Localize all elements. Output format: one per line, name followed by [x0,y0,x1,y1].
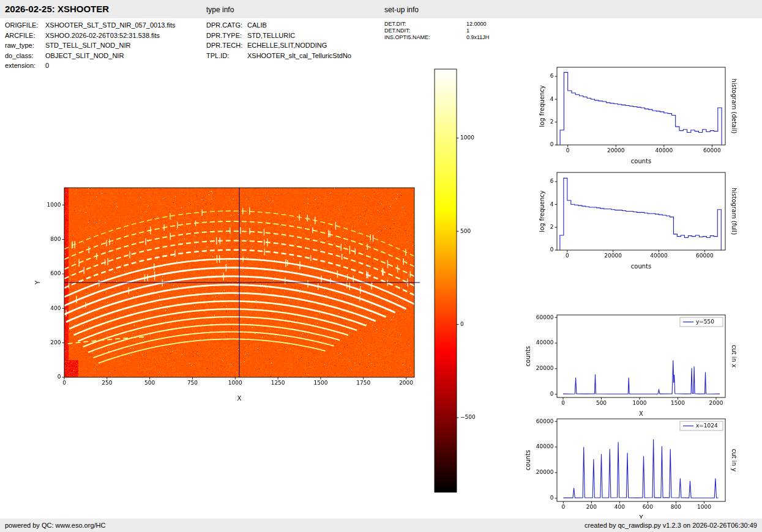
meta-value: XSHOO.2026-02-26T03:52:31.538.fits [45,31,160,41]
meta-label: DPR.TECH: [206,40,247,51]
meta-value: ECHELLE,SLIT,NODDING [247,40,327,51]
cut-in-y-chart [523,413,750,522]
cut-in-x-chart [523,309,750,418]
meta-row-arcfile: ARCFILE:XSHOO.2026-02-26T03:52:31.538.fi… [5,31,176,41]
meta-value: 0.9x11JH [466,34,489,41]
histogram-detail-chart [523,61,750,171]
meta-label: extension: [5,61,45,71]
meta-row-tplid: TPL.ID:XSHOOTER_slt_cal_TelluricStdNo [206,51,351,61]
meta-value: 0 [45,61,49,71]
meta-value: CALIB [247,20,267,31]
meta-label: DPR.CATG: [206,20,247,31]
type-info-heading: type info [206,6,234,14]
meta-row-dprtype: DPR.TYPE:STD,TELLURIC [206,31,351,41]
meta-value: STD,TELLURIC [247,31,295,41]
footer-bar: powered by QC: www.eso.org/HC created by… [0,519,762,532]
meta-label: do_class: [5,51,45,61]
meta-row-detdit: DET.DIT:12.0000 [384,21,489,28]
type-info-list: DPR.CATG:CALIB DPR.TYPE:STD,TELLURIC DPR… [206,20,351,61]
header-bar [0,0,762,18]
meta-row-detndit: DET.NDIT:1 [384,28,489,34]
meta-value: 1 [466,28,469,34]
page-title: 2026-02-25: XSHOOTER [5,4,109,14]
raw-frame-image-plot [24,171,441,410]
footer-created-by: created by qc_rawdisp.py v1.2.3 on 2026-… [585,522,757,529]
meta-value: XSHOOTER_SLT_STD_NIR_057_0013.fits [45,20,176,31]
meta-value: STD_TELL_SLIT_NOD_NIR [45,40,130,51]
meta-label: raw_type: [5,40,45,51]
colorbar-scale [425,64,493,501]
meta-row-doclass: do_class:OBJECT_SLIT_NOD_NIR [5,51,176,61]
meta-row-origfile: ORIGFILE:XSHOOTER_SLT_STD_NIR_057_0013.f… [5,20,176,31]
qc-report-page: { "header": { "title": "2026-02-25: XSHO… [0,0,762,532]
meta-value: XSHOOTER_slt_cal_TelluricStdNo [247,51,351,61]
setup-info-heading: set-up info [384,6,419,14]
meta-row-extension: extension:0 [5,61,176,71]
meta-value: 12.0000 [466,21,487,28]
footer-powered-by: powered by QC: www.eso.org/HC [5,522,105,529]
meta-row-rawtype: raw_type:STD_TELL_SLIT_NOD_NIR [5,40,176,51]
setup-info-list: DET.DIT:12.0000 DET.NDIT:1 INS.OPTI5.NAM… [384,21,489,41]
file-info-list: ORIGFILE:XSHOOTER_SLT_STD_NIR_057_0013.f… [5,20,176,71]
meta-label: TPL.ID: [206,51,247,61]
meta-label: ARCFILE: [5,31,45,41]
meta-label: DET.NDIT: [384,28,466,34]
meta-label: ORIGFILE: [5,20,45,31]
meta-row-insopti5: INS.OPTI5.NAME:0.9x11JH [384,34,489,41]
meta-label: DET.DIT: [384,21,466,28]
meta-row-dprcatg: DPR.CATG:CALIB [206,20,351,31]
meta-label: INS.OPTI5.NAME: [384,34,466,41]
meta-row-dprtech: DPR.TECH:ECHELLE,SLIT,NODDING [206,40,351,51]
meta-label: DPR.TYPE: [206,31,247,41]
histogram-full-chart [523,166,750,276]
meta-value: OBJECT_SLIT_NOD_NIR [45,51,124,61]
